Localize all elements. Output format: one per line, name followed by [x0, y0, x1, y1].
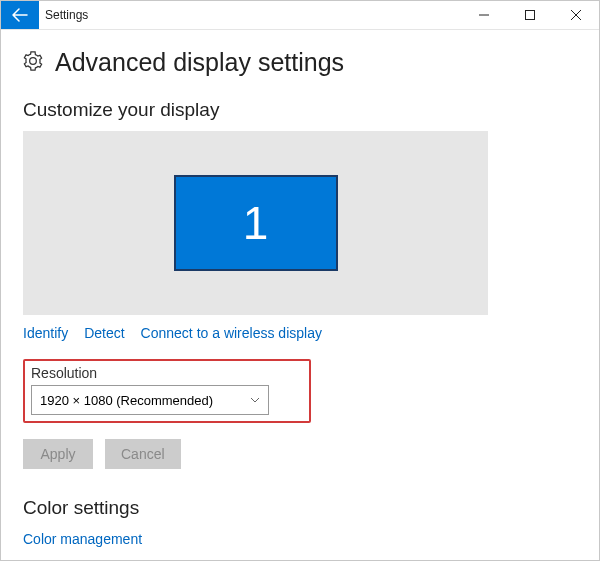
monitor-1[interactable]: 1 [174, 175, 338, 271]
color-settings-heading: Color settings [23, 497, 577, 519]
maximize-icon [525, 10, 535, 20]
cancel-button[interactable]: Cancel [105, 439, 181, 469]
resolution-value: 1920 × 1080 (Recommended) [40, 393, 213, 408]
gear-icon [23, 51, 43, 75]
minimize-icon [479, 10, 489, 20]
close-button[interactable] [553, 1, 599, 29]
minimize-button[interactable] [461, 1, 507, 29]
close-icon [571, 10, 581, 20]
chevron-down-icon [250, 395, 260, 405]
svg-rect-1 [526, 11, 535, 20]
resolution-dropdown[interactable]: 1920 × 1080 (Recommended) [31, 385, 269, 415]
identify-link[interactable]: Identify [23, 325, 68, 341]
customize-heading: Customize your display [23, 99, 577, 121]
maximize-button[interactable] [507, 1, 553, 29]
page-header: Advanced display settings [23, 48, 577, 77]
titlebar: Settings [1, 1, 599, 30]
back-arrow-icon [12, 7, 28, 23]
color-management-link[interactable]: Color management [23, 531, 577, 547]
window-controls [461, 1, 599, 29]
button-row: Apply Cancel [23, 439, 577, 469]
page-title: Advanced display settings [55, 48, 344, 77]
display-links-row: Identify Detect Connect to a wireless di… [23, 325, 577, 341]
resolution-highlight: Resolution 1920 × 1080 (Recommended) [23, 359, 311, 423]
window-title: Settings [39, 1, 461, 29]
connect-wireless-link[interactable]: Connect to a wireless display [141, 325, 322, 341]
color-calibration-link[interactable]: Color calibration [23, 559, 577, 560]
content-area: Advanced display settings Customize your… [1, 30, 599, 560]
display-arrangement-area[interactable]: 1 [23, 131, 488, 315]
back-button[interactable] [1, 1, 39, 29]
detect-link[interactable]: Detect [84, 325, 124, 341]
resolution-label: Resolution [31, 365, 303, 381]
apply-button[interactable]: Apply [23, 439, 93, 469]
